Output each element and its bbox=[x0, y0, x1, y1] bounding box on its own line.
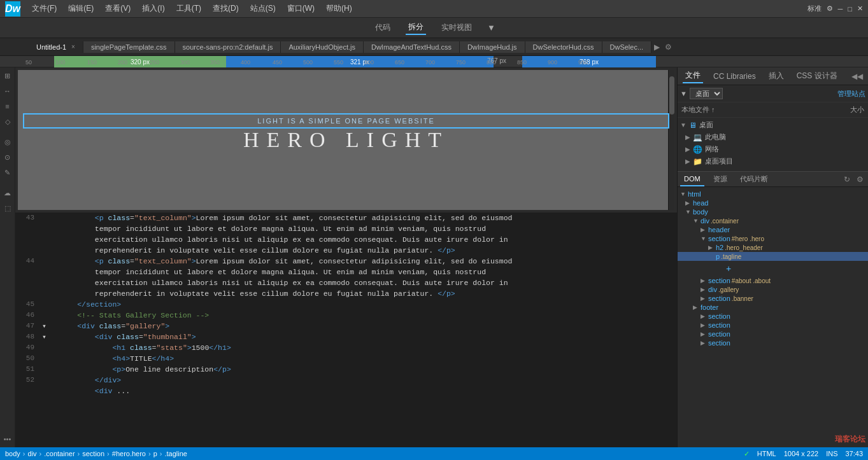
menu-help[interactable]: 帮助(H) bbox=[321, 2, 357, 15]
main-layout: ⊞ ↔ ≡ ◇ ◎ ⊙ ✎ ☁ ⬚ ••• ☰ p .tagline + HER… bbox=[0, 67, 868, 447]
maximize-icon[interactable]: □ bbox=[848, 5, 852, 13]
file-tab-css[interactable]: singlePageTemplate.css bbox=[83, 41, 175, 53]
sidebar-icon-dots[interactable]: ••• bbox=[2, 433, 13, 445]
manage-site-link[interactable]: 管理站点 bbox=[837, 89, 865, 99]
menu-tools[interactable]: 工具(T) bbox=[171, 2, 206, 15]
menu-view[interactable]: 查看(V) bbox=[100, 2, 136, 15]
rpanel-tab-cc[interactable]: CC Libraries bbox=[711, 71, 758, 82]
dom-node-section-extra4[interactable]: ▶ section bbox=[678, 338, 868, 347]
dom-tab-snippets[interactable]: 代码片断 bbox=[736, 172, 772, 186]
rpanel-tab-files[interactable]: 文件 bbox=[683, 69, 703, 83]
watermark: 瑞客论坛 bbox=[835, 434, 865, 445]
dom-node-head[interactable]: ▶ head bbox=[678, 199, 868, 207]
menu-file[interactable]: 文件(F) bbox=[27, 2, 62, 15]
breadcrumb-tagline[interactable]: .tagline bbox=[164, 450, 187, 457]
code-lines: 43 <p class="text_column">Lorem ipsum do… bbox=[15, 213, 677, 396]
dom-refresh-icon[interactable]: ↻ bbox=[842, 174, 852, 185]
view-mode-label: 标准 bbox=[808, 4, 822, 13]
dom-node-section-extra1[interactable]: ▶ section bbox=[678, 312, 868, 321]
menu-find[interactable]: 查找(D) bbox=[208, 2, 244, 15]
sidebar-icon-4[interactable]: ◇ bbox=[2, 116, 13, 127]
tree-arrow-network: ▶ bbox=[685, 146, 690, 153]
file-tab-imagehud[interactable]: DwImageHud.js bbox=[460, 41, 525, 53]
rpanel-right-controls: ◀◀ bbox=[851, 72, 863, 81]
dom-node-section-banner[interactable]: ▶ section .banner bbox=[678, 294, 868, 303]
preview-scrollbar-thumb[interactable] bbox=[669, 76, 674, 115]
minimize-icon[interactable]: ─ bbox=[838, 5, 843, 13]
tree-item-computer[interactable]: ▶ 💻 此电脑 bbox=[678, 131, 868, 143]
dom-tab-dom[interactable]: DOM bbox=[680, 172, 704, 186]
sidebar-icon-6[interactable]: ⊙ bbox=[2, 151, 13, 163]
hero-tagline-bar: LIGHT IS A SIMPLE ONE PAGE WEBSITE bbox=[23, 113, 669, 129]
dom-node-header[interactable]: ▶ header bbox=[678, 225, 868, 234]
dom-node-footer[interactable]: ▶ footer bbox=[678, 303, 868, 312]
sidebar-icon-1[interactable]: ⊞ bbox=[2, 70, 13, 81]
sidebar-icon-3[interactable]: ≡ bbox=[2, 101, 13, 112]
sidebar-icon-2[interactable]: ↔ bbox=[2, 85, 13, 97]
rpanel-tab-css[interactable]: CSS 设计器 bbox=[794, 69, 840, 83]
file-tab-js1[interactable]: source-sans-pro:n2:default.js bbox=[175, 41, 281, 53]
breadcrumb-p[interactable]: p bbox=[153, 450, 157, 457]
tab-code[interactable]: 代码 bbox=[373, 21, 393, 34]
dom-node-body[interactable]: ▼ body bbox=[678, 207, 868, 216]
editor-area: ☰ p .tagline + HERO LIGHT LIGHT IS A SIM… bbox=[15, 67, 677, 447]
code-line-46: 46 <!-- Stats Gallery Section --> bbox=[15, 310, 677, 321]
dom-node-section-about[interactable]: ▶ section #about .about bbox=[678, 276, 868, 285]
code-area: 43 <p class="text_column">Lorem ipsum do… bbox=[15, 213, 677, 447]
dom-node-div-gallery[interactable]: ▶ div .gallery bbox=[678, 285, 868, 294]
tabs-more-icon[interactable]: ▶ bbox=[651, 43, 662, 52]
menu-window[interactable]: 窗口(W) bbox=[282, 2, 320, 15]
dom-tab-resources[interactable]: 资源 bbox=[709, 172, 731, 186]
dom-node-section-extra2[interactable]: ▶ section bbox=[678, 321, 868, 330]
left-sidebar: ⊞ ↔ ≡ ◇ ◎ ⊙ ✎ ☁ ⬚ ••• bbox=[0, 67, 15, 447]
breadcrumb-section[interactable]: section bbox=[82, 450, 104, 457]
tab-split[interactable]: 拆分 bbox=[406, 20, 426, 35]
local-files-label: 本地文件 ↑ bbox=[681, 105, 715, 115]
tree-item-desktop[interactable]: ▼ 🖥 桌面 bbox=[678, 119, 868, 131]
dom-node-div-container[interactable]: ▼ div .container bbox=[678, 216, 868, 225]
rpanel-tab-insert[interactable]: 插入 bbox=[766, 69, 786, 83]
menu-insert[interactable]: 插入(I) bbox=[137, 2, 169, 15]
menu-site[interactable]: 站点(S) bbox=[245, 2, 281, 15]
live-dropdown-icon[interactable]: ▼ bbox=[487, 23, 495, 32]
tree-item-network[interactable]: ▶ 🌐 网络 bbox=[678, 143, 868, 155]
code-line-45: 45 </section> bbox=[15, 299, 677, 310]
collapse-icon[interactable]: ◀◀ bbox=[851, 72, 863, 81]
dom-node-html[interactable]: ▼ html bbox=[678, 190, 868, 199]
sidebar-icon-5[interactable]: ◎ bbox=[2, 136, 13, 148]
tree-item-project[interactable]: ▶ 📁 桌面项目 bbox=[678, 155, 868, 167]
status-bar-right: ✓ HTML 1004 x 222 INS 37:43 bbox=[744, 450, 863, 458]
sidebar-icon-7[interactable]: ✎ bbox=[2, 167, 13, 178]
dom-add-button[interactable]: + bbox=[723, 262, 734, 275]
settings-icon[interactable]: ⚙ bbox=[827, 4, 833, 13]
file-tab-active[interactable]: Untitled-1 × bbox=[29, 41, 83, 53]
dom-node-h2[interactable]: ▶ h2 .hero_header bbox=[678, 243, 868, 252]
close-icon[interactable]: ✕ bbox=[857, 4, 863, 13]
breadcrumb-body[interactable]: body bbox=[5, 450, 20, 457]
file-tab-aux[interactable]: AuxiliaryHudObject.js bbox=[281, 41, 364, 53]
tree-label-desktop: 桌面 bbox=[699, 120, 713, 130]
dom-node-section-hero[interactable]: ▼ section #hero .hero bbox=[678, 234, 868, 243]
file-tab-selectorhud[interactable]: DwSelectorHud.css bbox=[525, 41, 602, 53]
tree-label-computer: 此电脑 bbox=[705, 132, 726, 142]
preview-scrollbar[interactable] bbox=[668, 70, 674, 210]
tab-live[interactable]: 实时视图 bbox=[439, 21, 474, 34]
code-line-44: 44 <p class="text_column">Lorem ipsum do… bbox=[15, 256, 677, 267]
drive-dropdown[interactable]: 桌面 bbox=[690, 88, 723, 99]
filter-icon[interactable]: ⚙ bbox=[662, 43, 674, 52]
breadcrumb-div[interactable]: div bbox=[28, 450, 37, 457]
right-panel: 文件 CC Libraries 插入 CSS 设计器 ◀◀ ▼ 桌面 管理站点 … bbox=[677, 67, 868, 447]
breadcrumb-container[interactable]: .container bbox=[44, 450, 75, 457]
dom-node-p-tagline[interactable]: p .tagline bbox=[678, 252, 868, 261]
dom-node-section-extra3[interactable]: ▶ section bbox=[678, 330, 868, 338]
sidebar-icon-9[interactable]: ⬚ bbox=[2, 202, 13, 214]
status-bar: body › div › .container › section › #her… bbox=[0, 447, 868, 460]
file-tab-dwselec[interactable]: DwSelec... bbox=[602, 41, 652, 53]
dom-option-icon[interactable]: ⚙ bbox=[855, 174, 865, 185]
hero-title: HERO LIGHT bbox=[243, 128, 449, 152]
file-tab-close[interactable]: × bbox=[71, 43, 75, 50]
breadcrumb-hero[interactable]: #hero.hero bbox=[112, 450, 146, 457]
file-tab-imagetext[interactable]: DwImageAndTextHud.css bbox=[364, 41, 460, 53]
sidebar-icon-8[interactable]: ☁ bbox=[2, 187, 13, 199]
menu-edit[interactable]: 编辑(E) bbox=[63, 2, 99, 15]
